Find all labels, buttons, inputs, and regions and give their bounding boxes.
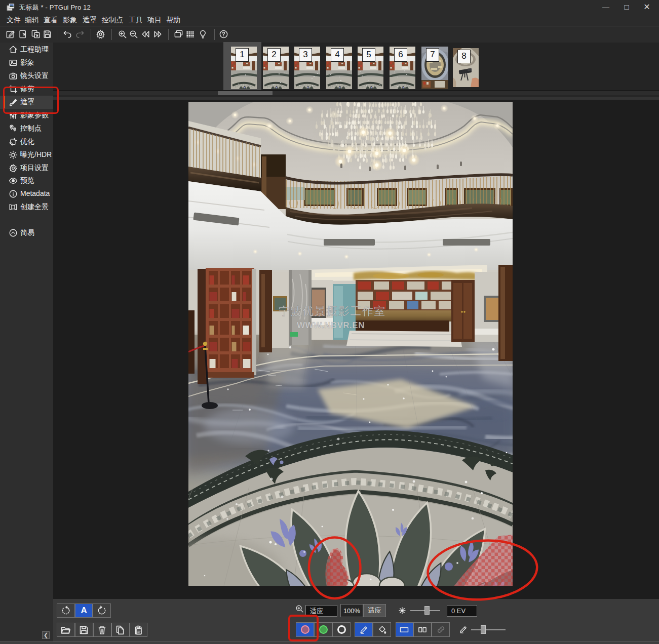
svg-text:宁波优景摄影工作室: 宁波优景摄影工作室 bbox=[279, 305, 386, 317]
svg-text:WWW.NBVR.EN: WWW.NBVR.EN bbox=[297, 320, 365, 330]
